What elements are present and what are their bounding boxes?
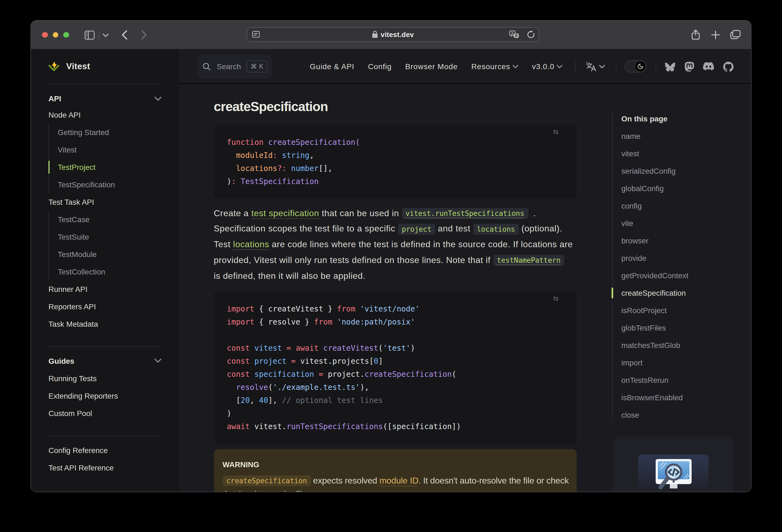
code-text[interactable]: import { createVitest } from 'vitest/nod… [214,302,576,433]
nav-link-guide-api[interactable]: Guide & API [303,62,361,71]
outline-item-matchestestglob[interactable]: matchesTestGlob [621,336,688,354]
nav-link-browser-mode[interactable]: Browser Mode [398,62,464,71]
discord-icon[interactable] [703,62,714,71]
lock-icon [372,31,378,38]
address-bar[interactable]: vitest.dev A [247,27,539,42]
zoom-window-button[interactable] [64,32,69,38]
sidebar-item-testcase[interactable]: TestCase [49,210,162,228]
outline-item-vite[interactable]: vite [621,215,688,232]
doc-link[interactable]: locations [233,240,269,249]
nav-link-v3-0-0[interactable]: v3.0.0 [525,62,569,71]
sidebar-item-testsuite[interactable]: TestSuite [49,228,162,245]
vitest-logo[interactable]: Vitest [48,49,90,84]
bluesky-link[interactable] [665,62,675,71]
sidebar-item-testproject[interactable]: TestProject [49,158,162,176]
doc-link[interactable]: test specification [251,208,319,217]
sidebar-item-runner-api[interactable]: Runner API [48,280,162,297]
new-tab-icon[interactable] [711,31,720,39]
close-window-button[interactable] [42,32,48,38]
sidebar-item-test-task-api[interactable]: Test Task API [48,193,162,210]
sidebar-item-extending-reporters[interactable]: Extending Reporters [48,387,162,404]
outline-item-browser[interactable]: browser [621,232,688,249]
outline-item-provide[interactable]: provide [621,249,688,267]
warning-body: createSpecification expects resolved mod… [222,474,568,491]
code-line: import { createVitest } from 'vitest/nod… [227,302,563,315]
mastodon-link[interactable] [684,61,694,72]
sidebar-group-label: API [48,94,61,103]
inline-code-link[interactable]: vitest.runTestSpecifications [402,208,528,219]
paragraph-line: is defined, then it will also be applied… [214,268,573,284]
tab-overview-icon[interactable] [730,30,741,39]
outline-item-ontestsrerun[interactable]: onTestsRerun [621,371,688,389]
back-button-icon[interactable] [121,30,128,40]
sidebar-item-vitest[interactable]: Vitest [49,141,162,158]
text-run: and test [435,224,473,233]
url-text[interactable]: vitest.dev [381,30,414,38]
mastodon-icon[interactable] [684,61,694,72]
sidebar-group-divider [48,435,162,436]
sidebar-item-custom-pool[interactable]: Custom Pool [48,404,162,422]
sidebar-item-test-api-reference[interactable]: Test API Reference [48,459,162,476]
sidebar-group-label: Guides [48,356,74,365]
inline-code-link[interactable]: testNamePattern [493,255,564,266]
text-run: Create a [214,208,251,217]
sidebar-group-title-guides[interactable]: Guides [48,352,162,369]
social-links [665,49,733,84]
language-menu[interactable] [585,49,605,84]
github-link[interactable] [723,61,733,72]
text-run: are code lines where the test is defined… [269,240,573,249]
sidebar-item-config-reference[interactable]: Config Reference [48,441,162,459]
outline-item-name[interactable]: name [621,128,688,145]
sidebar-chevron-icon[interactable] [102,33,109,38]
vitest-logo-icon [48,61,60,72]
ad-illustration [638,455,709,490]
theme-toggle[interactable] [625,61,646,72]
outline-item-createspecification[interactable]: createSpecification [621,284,688,302]
sidebar-item-testcollection[interactable]: TestCollection [49,263,162,280]
sidebar-item-reporters-api[interactable]: Reporters API [48,297,162,315]
sidebar-item-getting-started[interactable]: Getting Started [49,123,162,141]
outline-item-isbrowserenabled[interactable]: isBrowserEnabled [621,389,688,406]
outline-item-isrootproject[interactable]: isRootProject [621,302,688,319]
sidebar-item-testspecification[interactable]: TestSpecification [49,176,162,193]
outline-item-globalconfig[interactable]: globalConfig [621,180,688,197]
sidebar-subitems: TestCaseTestSuiteTestModuleTestCollectio… [48,210,162,280]
translate-icon[interactable]: A [509,30,519,39]
ad-card[interactable] [613,437,734,491]
sidebar-group-title-api[interactable]: API [48,90,162,107]
inline-code: project [398,224,435,235]
minimize-window-button[interactable] [52,32,58,38]
github-icon[interactable] [723,61,733,72]
sidebar-item-task-metadata[interactable]: Task Metadata [48,315,162,332]
outline-item-serializedconfig[interactable]: serializedConfig [621,162,688,180]
sidebar-item-node-api[interactable]: Node API [48,106,162,123]
discord-link[interactable] [703,62,714,71]
code-block-example: ts import { createVitest } from 'vitest/… [214,291,576,444]
sidebar-item-testmodule[interactable]: TestModule [49,245,162,263]
forward-button-icon[interactable] [141,30,147,40]
nav-link-config[interactable]: Config [361,62,398,71]
doc-link[interactable]: module ID [380,476,419,485]
text-run: is defined, then it will also be applied… [214,271,365,280]
code-lang-badge: ts [553,128,559,135]
outline-item-config[interactable]: config [621,197,688,215]
sidebar-group-divider [48,346,162,347]
outline-item-import[interactable]: import [621,354,688,371]
share-icon[interactable] [691,29,700,40]
sidebar-item-running-tests[interactable]: Running Tests [48,369,162,387]
outline-item-getprovidedcontext[interactable]: getProvidedContext [621,267,688,284]
reload-icon[interactable] [527,31,535,39]
bluesky-icon[interactable] [665,62,675,71]
sidebar-toggle-icon[interactable] [84,30,95,39]
nav-link-resources[interactable]: Resources [464,62,525,71]
description-paragraph: Create a test specification that can be … [214,206,573,284]
paragraph-line: Specification scopes the test file to a … [214,221,573,237]
aside-divider [612,110,612,423]
outline-item-globtestfiles[interactable]: globTestFiles [621,319,688,336]
search-button[interactable]: Search ⌘ K [197,55,272,78]
search-shortcut: ⌘ K [247,61,268,72]
outline-item-close[interactable]: close [621,406,688,424]
code-text[interactable]: function createSpecification( moduleId: … [214,135,576,187]
outline-item-vitest[interactable]: vitest [621,145,688,162]
webpage: Vitest Search ⌘ K Guide & APIConfigBrows… [31,49,751,491]
